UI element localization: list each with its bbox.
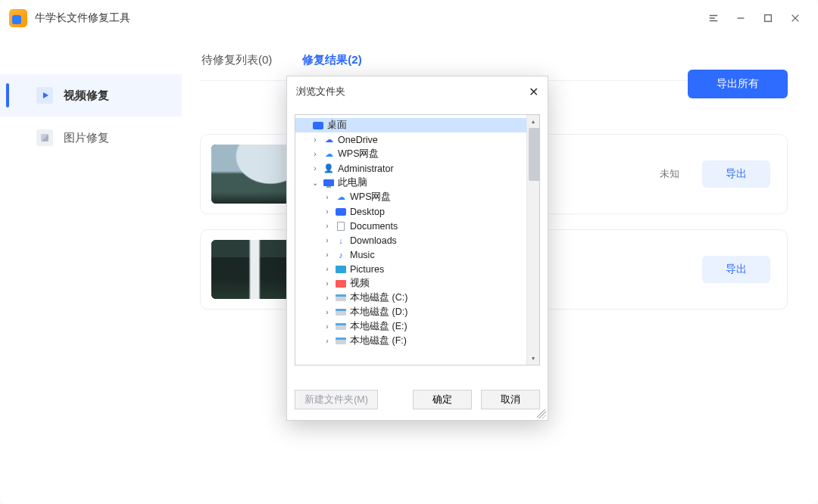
app-title: 牛学长文件修复工具 xyxy=(35,11,130,25)
pictures-icon xyxy=(335,264,347,275)
dialog-titlebar: 浏览文件夹 ✕ xyxy=(287,76,548,107)
sidebar: 视频修复 图片修复 xyxy=(0,36,182,504)
video-icon xyxy=(36,87,53,104)
dialog-title: 浏览文件夹 xyxy=(296,85,345,98)
tree-node-disk-f[interactable]: ›本地磁盘 (F:) xyxy=(295,334,539,348)
user-icon: 👤 xyxy=(323,163,335,174)
new-folder-button[interactable]: 新建文件夹(M) xyxy=(295,390,378,409)
tree-node-thispc[interactable]: ⌄此电脑 xyxy=(295,176,539,190)
maximize-button[interactable] xyxy=(754,5,782,32)
documents-icon xyxy=(335,221,347,232)
sidebar-item-video-repair[interactable]: 视频修复 xyxy=(0,74,182,117)
sidebar-item-label: 视频修复 xyxy=(64,89,109,103)
scroll-down-icon[interactable]: ▾ xyxy=(527,352,539,365)
minimize-button[interactable] xyxy=(727,5,754,32)
tree-node-desktop2[interactable]: ›Desktop xyxy=(295,204,539,219)
pc-icon xyxy=(323,178,335,188)
tree-node-disk-e[interactable]: ›本地磁盘 (E:) xyxy=(295,319,539,334)
tree-node-wps2[interactable]: ›☁WPS网盘 xyxy=(295,190,539,204)
tree-node-administrator[interactable]: ›👤Administrator xyxy=(295,161,539,176)
tab-pending[interactable]: 待修复列表(0) xyxy=(200,45,273,80)
tree-node-downloads[interactable]: ›↓Downloads xyxy=(295,233,539,247)
resize-grip[interactable] xyxy=(537,409,546,418)
disk-icon xyxy=(335,293,347,303)
export-all-button[interactable]: 导出所有 xyxy=(688,70,788,98)
tree-scrollbar[interactable]: ▴ ▾ xyxy=(526,115,539,365)
titlebar: 牛学长文件修复工具 xyxy=(0,0,818,36)
image-icon xyxy=(36,129,53,146)
export-button[interactable]: 导出 xyxy=(702,256,770,283)
desktop-icon xyxy=(335,207,347,217)
disk-icon xyxy=(335,307,347,318)
close-button[interactable] xyxy=(782,5,809,32)
tree-node-music[interactable]: ›♪Music xyxy=(295,247,539,262)
cloud-icon: ☁ xyxy=(335,192,347,203)
folder-tree: 桌面 ›☁OneDrive ›☁WPS网盘 ›👤Administrator ⌄此… xyxy=(295,114,540,366)
ok-button[interactable]: 确定 xyxy=(413,390,472,409)
dialog-close-button[interactable]: ✕ xyxy=(529,85,539,99)
cancel-button[interactable]: 取消 xyxy=(481,390,540,409)
disk-icon xyxy=(335,336,347,347)
tree-node-videos[interactable]: ›视频 xyxy=(295,276,539,291)
menu-button[interactable] xyxy=(700,5,727,32)
app-icon xyxy=(9,9,27,27)
tree-node-disk-d[interactable]: ›本地磁盘 (D:) xyxy=(295,305,539,319)
export-button[interactable]: 导出 xyxy=(702,160,770,188)
tree-node-wps[interactable]: ›☁WPS网盘 xyxy=(295,147,539,161)
scroll-thumb[interactable] xyxy=(529,128,540,181)
cloud-icon: ☁ xyxy=(323,149,335,160)
tree-node-onedrive[interactable]: ›☁OneDrive xyxy=(295,132,539,147)
browse-folder-dialog: 浏览文件夹 ✕ 桌面 ›☁OneDrive ›☁WPS网盘 ›👤Administ… xyxy=(286,76,548,421)
tree-node-pictures[interactable]: ›Pictures xyxy=(295,262,539,276)
dialog-buttons: 新建文件夹(M) 确定 取消 xyxy=(295,390,540,409)
meta-unknown: 未知 xyxy=(660,167,679,181)
tree-node-disk-c[interactable]: ›本地磁盘 (C:) xyxy=(295,291,539,305)
svg-rect-0 xyxy=(765,15,772,22)
sidebar-item-image-repair[interactable]: 图片修复 xyxy=(0,117,182,159)
cloud-icon: ☁ xyxy=(323,135,335,145)
videos-icon xyxy=(335,278,347,289)
tree-node-desktop[interactable]: 桌面 xyxy=(295,118,539,132)
disk-icon xyxy=(335,322,347,332)
music-icon: ♪ xyxy=(335,250,347,260)
tree-node-documents[interactable]: ›Documents xyxy=(295,219,539,233)
scroll-up-icon[interactable]: ▴ xyxy=(527,115,539,128)
downloads-icon: ↓ xyxy=(335,235,347,246)
sidebar-item-label: 图片修复 xyxy=(64,131,109,145)
